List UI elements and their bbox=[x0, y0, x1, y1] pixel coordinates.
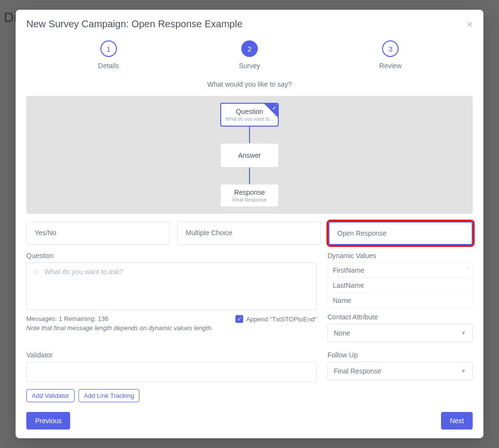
modal-title: New Survey Campaign: Open Response Examp… bbox=[26, 19, 243, 30]
step-number: 3 bbox=[382, 40, 399, 57]
dynamic-values-label: Dynamic Values bbox=[327, 252, 473, 260]
flow-node-question[interactable]: ✓ Question What do you want to... bbox=[220, 103, 279, 127]
step-survey[interactable]: 2 Survey bbox=[179, 40, 320, 70]
question-type-multiple-choice[interactable]: Multiple Choice bbox=[177, 222, 321, 245]
chevron-down-icon: ▼ bbox=[461, 330, 466, 336]
survey-campaign-modal: New Survey Campaign: Open Response Examp… bbox=[16, 10, 483, 438]
add-link-tracking-button[interactable]: Add Link Tracking bbox=[78, 389, 139, 402]
chevron-down-icon: ▼ bbox=[461, 368, 466, 374]
select-value: Final Response bbox=[334, 367, 381, 375]
node-subtitle: Final Response bbox=[224, 197, 275, 203]
validator-label: Validator bbox=[26, 351, 317, 359]
check-icon: ✓ bbox=[272, 105, 277, 112]
follow-up-select[interactable]: Final Response ▼ bbox=[327, 362, 473, 380]
question-label: Question bbox=[26, 252, 317, 260]
step-review[interactable]: 3 Review bbox=[320, 40, 461, 70]
flow-node-answer[interactable]: Answer bbox=[220, 143, 279, 168]
previous-button[interactable]: Previous bbox=[26, 412, 70, 429]
contact-attribute-select[interactable]: None ▼ bbox=[327, 324, 473, 342]
dynamic-value-item[interactable]: FirstName bbox=[328, 263, 472, 278]
dynamic-values-list: FirstName LastName Name bbox=[327, 262, 473, 308]
form-col-left: Question ☺ What do you want to ask? Mess… bbox=[26, 252, 317, 342]
append-stop-label: Append "TxtSTOPtoEnd" bbox=[246, 316, 317, 323]
wizard-steps: 1 Details 2 Survey 3 Review bbox=[38, 40, 461, 70]
validator-col: Validator Add Validator Add Link Trackin… bbox=[26, 351, 317, 402]
step-label: Details bbox=[98, 62, 119, 70]
question-placeholder: What do you want to ask? bbox=[44, 268, 123, 276]
dynamic-value-item[interactable]: Name bbox=[328, 293, 472, 308]
question-footer: Messages: 1 Remaining: 136 Note that fin… bbox=[26, 315, 317, 332]
message-counter: Messages: 1 Remaining: 136 bbox=[26, 315, 108, 322]
form-col-right: Dynamic Values FirstName LastName Name C… bbox=[327, 252, 473, 342]
checkbox-checked-icon: ✓ bbox=[235, 315, 243, 323]
message-counter-block: Messages: 1 Remaining: 136 Note that fin… bbox=[26, 315, 213, 332]
modal-footer: Previous Next bbox=[26, 412, 473, 429]
form-row-main: Question ☺ What do you want to ask? Mess… bbox=[26, 252, 473, 342]
node-title: Response bbox=[224, 188, 275, 196]
select-value: None bbox=[334, 329, 350, 337]
step-label: Review bbox=[379, 62, 402, 70]
question-type-selector: Yes/No Multiple Choice Open Response bbox=[26, 222, 473, 245]
flow-canvas: ✓ Question What do you want to... Answer… bbox=[26, 96, 473, 214]
flow-connector bbox=[249, 127, 250, 143]
node-title: Answer bbox=[224, 151, 275, 159]
validator-input[interactable] bbox=[26, 362, 317, 382]
question-textarea[interactable]: ☺ What do you want to ask? bbox=[26, 262, 317, 310]
step-details[interactable]: 1 Details bbox=[38, 40, 179, 70]
close-icon[interactable]: × bbox=[467, 19, 473, 29]
followup-col: Follow Up Final Response ▼ bbox=[327, 351, 473, 402]
flow-node-response[interactable]: Response Final Response bbox=[220, 184, 279, 207]
emoji-icon[interactable]: ☺ bbox=[33, 268, 40, 277]
add-validator-button[interactable]: Add Validator bbox=[26, 389, 75, 402]
validator-action-buttons: Add Validator Add Link Tracking bbox=[26, 389, 317, 402]
prompt-text: What would you like to say? bbox=[26, 80, 473, 88]
contact-attribute-label: Contact Attribute bbox=[327, 313, 473, 321]
step-label: Survey bbox=[239, 62, 260, 70]
step-number: 1 bbox=[100, 40, 117, 57]
follow-up-label: Follow Up bbox=[327, 351, 473, 359]
dynamic-value-item[interactable]: LastName bbox=[328, 278, 472, 293]
question-type-yesno[interactable]: Yes/No bbox=[26, 222, 170, 245]
step-number: 2 bbox=[241, 40, 258, 57]
message-note: Note that final message length depends o… bbox=[26, 324, 213, 332]
flow-connector bbox=[249, 168, 250, 184]
next-button[interactable]: Next bbox=[441, 412, 473, 429]
modal-header: New Survey Campaign: Open Response Examp… bbox=[26, 19, 473, 30]
form-row-secondary: Validator Add Validator Add Link Trackin… bbox=[26, 351, 473, 402]
append-stop-toggle[interactable]: ✓ Append "TxtSTOPtoEnd" bbox=[235, 315, 317, 323]
question-type-open-response[interactable]: Open Response bbox=[328, 222, 473, 245]
